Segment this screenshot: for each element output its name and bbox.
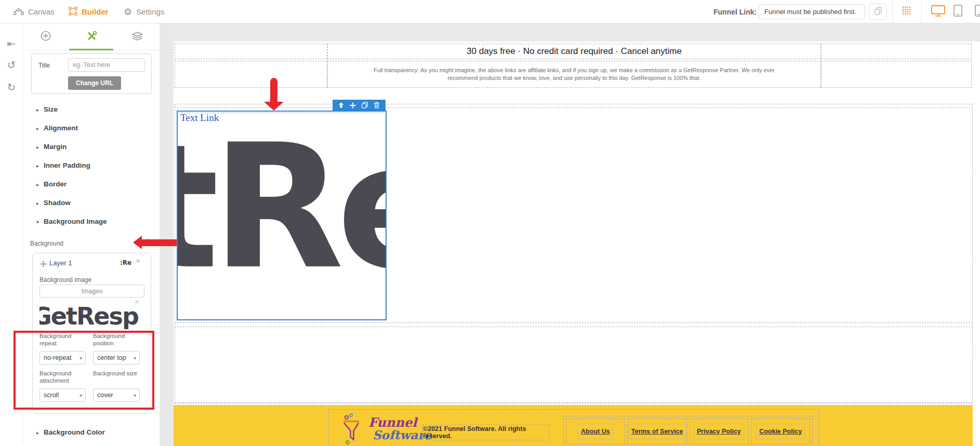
collapse-panel-icon[interactable]: ⇤: [0, 37, 23, 50]
link-about-us[interactable]: About Us: [578, 424, 613, 439]
nav-tab-settings[interactable]: ⚙ Settings: [124, 0, 164, 23]
footer-content-block: Funnel Software ©2021 Funnel Software. A…: [328, 409, 819, 446]
background-section-label: Background: [30, 240, 63, 247]
annotation-arrow-down: [264, 78, 284, 111]
toolbar-divider: [892, 0, 893, 23]
accordion-border[interactable]: ▸ Border: [23, 180, 160, 192]
footer-links-row: About Us Terms of Service Privacy Policy…: [563, 416, 813, 446]
tools-icon: [86, 31, 97, 44]
empty-cell[interactable]: [175, 61, 327, 88]
top-bar: Canvas Builder ⚙ Settings Funnel Link:: [0, 0, 980, 23]
nav-tab-builder[interactable]: Builder: [69, 0, 109, 23]
move-up-button[interactable]: [338, 102, 344, 108]
undo-icon[interactable]: ↺: [0, 59, 23, 71]
mobile-preview-button[interactable]: [975, 0, 980, 23]
redo-icon[interactable]: ↻: [0, 81, 23, 93]
caret-right-icon: ▸: [36, 200, 39, 206]
disclaimer-text: Full transparency: As you might imagine,…: [362, 66, 787, 82]
tab-element-settings[interactable]: [69, 23, 114, 50]
marquee-select-icon: [69, 7, 77, 17]
copy-link-button[interactable]: [869, 4, 887, 20]
banner-text-block[interactable]: 30 days free · No credit card required ·…: [327, 44, 821, 59]
tab-add-elements[interactable]: [23, 23, 69, 50]
empty-cell[interactable]: [821, 61, 972, 88]
layers-icon: [132, 32, 143, 43]
accordion-shadow[interactable]: ▸ Shadow: [23, 199, 160, 210]
footer-link-cell: About Us: [566, 418, 625, 444]
gear-icon: ⚙: [124, 7, 132, 17]
caret-right-icon: ▸: [36, 182, 39, 187]
background-image-zoomed-text: tRe: [177, 129, 387, 285]
funnel-logo-icon: [341, 413, 365, 446]
accordion-inner-padding[interactable]: ▸ Inner Padding: [23, 161, 160, 173]
background-image-preview: GetResp: [39, 301, 144, 329]
copy-icon: [875, 7, 882, 17]
caret-right-icon: ▸: [36, 163, 39, 169]
accordion-size[interactable]: ▸ Size: [23, 105, 160, 117]
caret-right-icon: ▸: [36, 126, 39, 131]
background-image-field-label: Background image: [39, 276, 91, 283]
footer-top-guide-line: [175, 402, 973, 403]
canvas-top-margin: [174, 23, 980, 42]
accordion-background-image[interactable]: ▾ Background Image: [23, 218, 160, 229]
disclaimer-text-block[interactable]: Full transparency: As you might imagine,…: [327, 61, 821, 88]
nav-tab-canvas[interactable]: Canvas: [14, 0, 55, 23]
drag-handle-icon[interactable]: [40, 260, 47, 269]
caret-right-icon: ▸: [36, 430, 39, 436]
empty-cell[interactable]: [175, 44, 327, 59]
title-input[interactable]: [68, 58, 145, 72]
tab-layers[interactable]: [114, 23, 160, 50]
layer-thumbnail: :Re: [120, 259, 131, 266]
footer-section[interactable]: Funnel Software ©2021 Funnel Software. A…: [174, 405, 973, 446]
footer-link-cell: Privacy Policy: [690, 418, 749, 444]
images-button[interactable]: Images: [39, 285, 144, 298]
sidebar-tab-bar: [23, 23, 160, 50]
footer-copyright: ©2021 Funnel Software. All rights reserv…: [422, 425, 550, 440]
toolbar-divider: [921, 0, 922, 23]
link-terms-of-service[interactable]: Terms of Service: [628, 424, 686, 439]
caret-right-icon: ▸: [36, 107, 39, 113]
monitor-icon: [931, 5, 945, 19]
preview-logo-text: GetResp: [39, 302, 138, 329]
accordion-background-color[interactable]: ▸ Background Color: [23, 428, 160, 440]
desktop-preview-button[interactable]: [931, 0, 945, 23]
title-panel: Title Change URL: [31, 53, 152, 94]
tablet-icon: [953, 5, 962, 19]
active-tab-underline: [69, 49, 113, 50]
remove-layer-icon[interactable]: ×: [136, 256, 140, 266]
funnel-builder-app: Canvas Builder ⚙ Settings Funnel Link:: [0, 0, 980, 446]
section-guide-line: [175, 107, 973, 108]
empty-cell[interactable]: [821, 44, 972, 59]
annotation-red-rectangle: [14, 331, 154, 410]
caret-down-icon: ▾: [36, 219, 39, 225]
annotation-arrow-left: [133, 236, 177, 250]
nav-settings-label: Settings: [136, 7, 164, 16]
accordion-margin[interactable]: ▸ Margin: [23, 143, 160, 154]
canvas-gutter: [160, 23, 174, 446]
funnel-link-label: Funnel Link:: [713, 0, 757, 23]
banner-text: 30 days free · No credit card required ·…: [467, 46, 682, 57]
caret-right-icon: ▸: [36, 144, 39, 150]
nav-canvas-label: Canvas: [28, 7, 55, 16]
accordion-alignment[interactable]: ▸ Alignment: [23, 124, 160, 136]
move-button[interactable]: [350, 102, 356, 109]
text-link[interactable]: Text Link: [180, 112, 219, 124]
delete-button[interactable]: [374, 102, 380, 109]
title-label: Title: [38, 62, 50, 69]
link-privacy-policy[interactable]: Privacy Policy: [694, 424, 744, 439]
duplicate-button[interactable]: [362, 102, 368, 109]
tablet-preview-button[interactable]: [953, 0, 962, 23]
selected-image-element[interactable]: tRe Text Link: [177, 111, 387, 320]
plus-circle-icon: [41, 31, 51, 43]
remove-image-icon[interactable]: ×: [135, 297, 139, 306]
footer-logo: Funnel Software: [341, 413, 432, 446]
link-cookie-policy[interactable]: Cookie Policy: [756, 424, 805, 439]
funnel-link-input[interactable]: [759, 4, 865, 19]
row-guide-line: [175, 322, 973, 323]
change-url-button[interactable]: Change URL: [68, 76, 121, 90]
footer-link-cell: Terms of Service: [628, 418, 687, 444]
nav-builder-label: Builder: [82, 7, 109, 16]
dots-grid-icon: [902, 6, 911, 17]
layer-name: Layer 1: [49, 259, 72, 267]
grid-view-button[interactable]: [902, 0, 911, 23]
